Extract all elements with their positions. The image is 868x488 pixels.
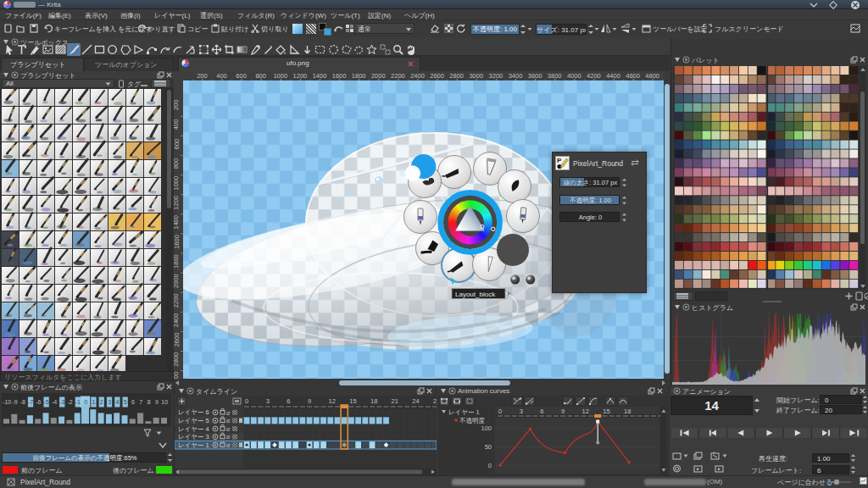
svg-text:3000: 3000 xyxy=(174,372,181,379)
svg-text:-3: -3 xyxy=(59,399,64,405)
svg-text:50: 50 xyxy=(485,443,492,451)
svg-text:レイヤー 1: レイヤー 1 xyxy=(178,441,209,449)
svg-text:9: 9 xyxy=(561,408,565,415)
svg-text:レイヤー 3: レイヤー 3 xyxy=(178,433,209,441)
svg-text:2000: 2000 xyxy=(371,72,386,80)
svg-text:9: 9 xyxy=(155,399,159,405)
svg-text:400: 400 xyxy=(174,119,181,130)
svg-text:21: 21 xyxy=(392,397,398,405)
svg-text:15: 15 xyxy=(603,408,609,415)
svg-text:3: 3 xyxy=(266,397,270,405)
svg-text:レイヤー 1: レイヤー 1 xyxy=(448,408,480,416)
svg-text:2200: 2200 xyxy=(391,72,405,80)
svg-text:レイヤー 4: レイヤー 4 xyxy=(178,425,209,433)
svg-text:2600: 2600 xyxy=(430,72,444,80)
svg-text:1600: 1600 xyxy=(174,235,181,249)
svg-text:Layout_block: Layout_block xyxy=(455,291,496,298)
svg-text:400: 400 xyxy=(216,72,227,80)
svg-text:レイヤー 6: レイヤー 6 xyxy=(178,408,209,416)
svg-text:6: 6 xyxy=(540,408,543,415)
svg-text:2200: 2200 xyxy=(174,293,181,308)
svg-text:-2: -2 xyxy=(67,399,72,405)
svg-text:0: 0 xyxy=(488,462,492,469)
svg-text:18: 18 xyxy=(370,397,377,405)
svg-text:200: 200 xyxy=(174,100,181,111)
svg-text:3400: 3400 xyxy=(509,72,523,80)
svg-text:4600: 4600 xyxy=(626,72,640,80)
svg-text:1600: 1600 xyxy=(332,72,347,80)
svg-text:4400: 4400 xyxy=(606,72,620,80)
svg-text:5: 5 xyxy=(124,399,127,405)
svg-text:-5: -5 xyxy=(43,399,48,405)
svg-text:P: P xyxy=(557,157,562,164)
svg-text:100: 100 xyxy=(481,424,492,432)
svg-text:600: 600 xyxy=(236,72,247,80)
svg-text:-1: -1 xyxy=(75,399,81,405)
svg-text:4: 4 xyxy=(115,399,119,405)
svg-text:15: 15 xyxy=(349,397,356,405)
svg-text:800: 800 xyxy=(174,158,181,169)
svg-text:800: 800 xyxy=(255,72,266,80)
svg-text:2400: 2400 xyxy=(410,72,425,80)
svg-text:3000: 3000 xyxy=(469,72,483,80)
svg-text:-10: -10 xyxy=(3,399,11,405)
svg-text:1800: 1800 xyxy=(352,72,366,80)
svg-text:12: 12 xyxy=(329,397,336,405)
svg-text:200: 200 xyxy=(197,72,208,80)
svg-text:24: 24 xyxy=(412,397,419,405)
svg-text:7: 7 xyxy=(139,399,142,405)
svg-text:レイヤー 5: レイヤー 5 xyxy=(178,417,209,424)
svg-text:3: 3 xyxy=(108,399,111,405)
svg-text:-4: -4 xyxy=(52,399,57,405)
svg-text:2800: 2800 xyxy=(449,72,464,80)
svg-text:4200: 4200 xyxy=(587,72,601,80)
svg-text:600: 600 xyxy=(174,139,181,150)
svg-text:3800: 3800 xyxy=(548,72,562,80)
svg-text:27: 27 xyxy=(433,397,437,405)
svg-text:18: 18 xyxy=(624,408,631,415)
svg-text:1200: 1200 xyxy=(174,196,181,210)
svg-text:-8: -8 xyxy=(20,399,25,405)
svg-text:6: 6 xyxy=(287,397,290,405)
svg-text:10: 10 xyxy=(161,399,168,405)
svg-text:1: 1 xyxy=(92,399,96,405)
svg-text:2400: 2400 xyxy=(174,313,181,328)
svg-text:0: 0 xyxy=(245,397,248,405)
svg-text:4000: 4000 xyxy=(567,72,581,80)
svg-text:2800: 2800 xyxy=(174,352,181,367)
svg-text:2000: 2000 xyxy=(174,274,181,288)
svg-text:3600: 3600 xyxy=(528,72,542,80)
svg-text:4800: 4800 xyxy=(645,72,659,80)
svg-text:0: 0 xyxy=(84,399,87,405)
svg-text:0: 0 xyxy=(498,408,502,415)
svg-text:1200: 1200 xyxy=(293,72,308,80)
svg-text:-6: -6 xyxy=(36,399,41,405)
svg-text:3200: 3200 xyxy=(489,72,504,80)
svg-text:1800: 1800 xyxy=(174,254,181,269)
svg-text:8: 8 xyxy=(147,399,151,405)
svg-text:12: 12 xyxy=(582,408,589,415)
svg-text:1400: 1400 xyxy=(174,215,181,230)
svg-text:2: 2 xyxy=(100,399,103,405)
svg-text:1000: 1000 xyxy=(174,176,181,191)
svg-text:2600: 2600 xyxy=(174,333,181,347)
svg-text:6: 6 xyxy=(131,399,135,405)
svg-text:9: 9 xyxy=(308,397,311,405)
svg-text:3: 3 xyxy=(520,408,523,415)
svg-text:-7: -7 xyxy=(28,399,33,405)
svg-text:1000: 1000 xyxy=(273,72,287,80)
svg-text:1400: 1400 xyxy=(313,72,327,80)
svg-text:-9: -9 xyxy=(12,399,17,405)
